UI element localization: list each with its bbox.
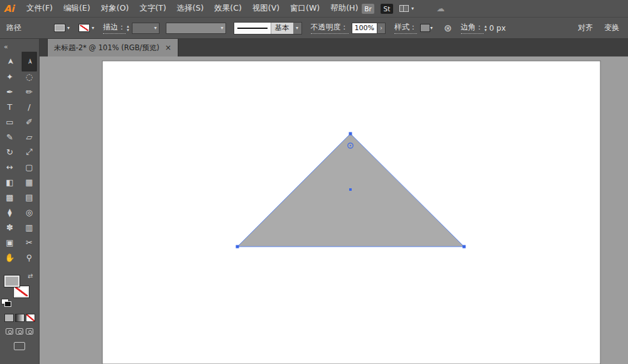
stroke-profile-dropdown[interactable]: 基本 ▾ (234, 22, 302, 35)
shape-builder-tool-button[interactable]: ◧ (0, 174, 19, 190)
fill-color-control[interactable]: ▾ (54, 24, 70, 32)
gradient-tool-button[interactable]: ▤ (19, 190, 39, 205)
menu-item-2[interactable]: 对象(O) (100, 2, 131, 15)
default-fill-stroke-icon[interactable] (1, 299, 9, 304)
opacity-label[interactable]: 不透明度： (311, 22, 349, 34)
corner-label[interactable]: 边角： (461, 22, 484, 34)
menu-item-8[interactable]: 帮助(H) (329, 2, 359, 15)
anchor-point-top[interactable] (349, 132, 352, 136)
style-label[interactable]: 样式： (394, 22, 417, 34)
draw-normal-button[interactable] (6, 328, 13, 335)
magic-wand-tool-button[interactable]: ✦ (0, 69, 19, 84)
close-tab-icon[interactable]: × (165, 43, 171, 52)
menu-item-5[interactable]: 效果(C) (213, 2, 242, 15)
lasso-tool-button[interactable]: ◌ (19, 69, 39, 84)
fill-swatch[interactable] (4, 275, 20, 287)
menu-bar: Ai 文件(F)编辑(E)对象(O)文字(T)选择(S)效果(C)视图(V)窗口… (0, 0, 628, 18)
style-swatch-icon[interactable] (420, 24, 430, 32)
chevron-down-icon: ▾ (221, 25, 224, 31)
zoom-tool-button[interactable]: ⚲ (19, 250, 39, 265)
menu-item-3[interactable]: 文字(T) (138, 2, 167, 15)
corner-stepper[interactable]: ▴ ▾ (485, 24, 487, 32)
stroke-swatch[interactable] (13, 286, 30, 298)
tools-panel: « ➤➢✦◌✒✏T/▭✐✎▱↻⤢↔▢◧▦▩▤⧫◎✽▥▣✂✋⚲ ⇄ (0, 39, 40, 364)
column-graph-tool-button[interactable]: ▥ (19, 220, 39, 235)
illustrator-window: Ai 文件(F)编辑(E)对象(O)文字(T)选择(S)效果(C)视图(V)窗口… (0, 0, 628, 364)
workspace-switcher-button[interactable]: ▾ (399, 5, 414, 12)
menu-items: 文件(F)编辑(E)对象(O)文字(T)选择(S)效果(C)视图(V)窗口(W)… (25, 2, 359, 15)
control-bar: 路径 ▾ ▾ 描边： ▴ ▾ ▾ ▾ 基本 ▾ (0, 18, 628, 39)
screen-mode-button[interactable] (14, 342, 25, 350)
artboard-tool-button[interactable]: ▣ (0, 235, 19, 250)
opacity-more-button[interactable]: › (377, 23, 386, 34)
scale-tool-button[interactable]: ⤢ (19, 144, 39, 159)
menu-item-6[interactable]: 视图(V) (251, 2, 281, 15)
corner-group: 边角： ▴ ▾ 0 px (461, 22, 506, 34)
paintbrush-tool-button[interactable]: ✐ (19, 114, 39, 129)
chevron-down-icon: ▾ (411, 6, 414, 11)
pencil-tool-button[interactable]: ✎ (0, 129, 19, 144)
none-button[interactable] (26, 314, 35, 322)
object-center-point[interactable] (349, 188, 352, 191)
stroke-weight-stepper[interactable]: ▴ ▾ (127, 24, 129, 32)
anchor-point-bottom-left[interactable] (236, 245, 239, 249)
anchor-point-bottom-right[interactable] (463, 245, 466, 249)
selection-tool-button[interactable]: ➤ (3, 52, 18, 72)
stroke-label[interactable]: 描边： (103, 22, 126, 34)
opacity-group: 不透明度： 100% › (311, 22, 386, 34)
menu-item-0[interactable]: 文件(F) (25, 2, 54, 15)
blob-brush-tool-button[interactable]: ✏ (19, 84, 39, 99)
recolor-artwork-icon[interactable]: ⊛ (444, 23, 452, 34)
draw-behind-button[interactable] (16, 328, 23, 335)
hand-tool-button[interactable]: ✋ (0, 250, 19, 265)
menu-item-7[interactable]: 窗口(W) (289, 2, 321, 15)
symbol-sprayer-tool-button[interactable]: ✽ (0, 220, 19, 235)
opacity-input[interactable]: 100% (352, 23, 377, 34)
chevron-down-icon: ▾ (92, 25, 94, 31)
transform-panel-button[interactable]: 变换 (604, 23, 619, 33)
document-tab-title: 未标题-2* @ 101% (RGB/预览) (54, 43, 160, 53)
mesh-tool-button[interactable]: ▩ (0, 190, 19, 205)
chevron-down-icon: ▾ (154, 25, 157, 31)
swap-fill-stroke-icon[interactable]: ⇄ (28, 272, 33, 279)
pen-tool-button[interactable]: ✒ (0, 84, 19, 99)
canvas[interactable] (40, 56, 628, 364)
color-button[interactable] (4, 314, 14, 322)
corner-value[interactable]: 0 px (489, 24, 506, 33)
document-tab[interactable]: 未标题-2* @ 101% (RGB/预览) × (47, 39, 178, 56)
document-area: 未标题-2* @ 101% (RGB/预览) × (40, 39, 628, 364)
stepper-down-icon: ▾ (127, 28, 129, 32)
control-bar-right: 对齐 变换 (578, 23, 619, 33)
stock-button[interactable]: St (381, 4, 393, 14)
rotate-tool-button[interactable]: ↻ (0, 144, 19, 159)
cs-live-icon[interactable]: ☁ (436, 4, 445, 13)
stroke-weight-group: 描边： ▴ ▾ ▾ (103, 22, 160, 34)
align-panel-button[interactable]: 对齐 (578, 23, 593, 33)
fill-stroke-indicator: ⇄ (0, 274, 39, 306)
draw-inside-button[interactable] (26, 328, 33, 335)
type-tool-button[interactable]: T (0, 99, 19, 114)
eraser-tool-button[interactable]: ▱ (19, 129, 39, 144)
direct-selection-tool-button[interactable]: ➢ (22, 52, 37, 72)
line-segment-tool-button[interactable]: / (19, 99, 39, 114)
chevron-down-icon: ▾ (296, 25, 298, 31)
brush-definition-dropdown[interactable]: ▾ (166, 23, 226, 34)
rectangle-tool-button[interactable]: ▭ (0, 114, 19, 129)
menu-item-1[interactable]: 编辑(E) (62, 2, 92, 15)
bridge-button[interactable]: Br (362, 4, 374, 14)
eyedropper-tool-button[interactable]: ⧫ (0, 205, 19, 220)
blend-tool-button[interactable]: ◎ (19, 205, 39, 220)
stroke-weight-dropdown[interactable]: ▾ (132, 23, 160, 34)
perspective-grid-tool-button[interactable]: ▦ (19, 174, 39, 190)
slice-tool-button[interactable]: ✂ (19, 235, 39, 250)
free-transform-tool-button[interactable]: ▢ (19, 159, 39, 174)
stroke-none-swatch-icon (78, 24, 90, 32)
app-logo-icon[interactable]: Ai (4, 3, 20, 14)
draw-mode-buttons (0, 328, 39, 335)
menu-item-4[interactable]: 选择(S) (176, 2, 205, 15)
width-tool-button[interactable]: ↔ (0, 159, 19, 174)
gradient-button[interactable] (15, 314, 24, 322)
stroke-profile-preview-icon (237, 28, 268, 29)
chevron-down-icon: ▾ (430, 25, 433, 31)
stroke-color-control[interactable]: ▾ (78, 24, 94, 32)
